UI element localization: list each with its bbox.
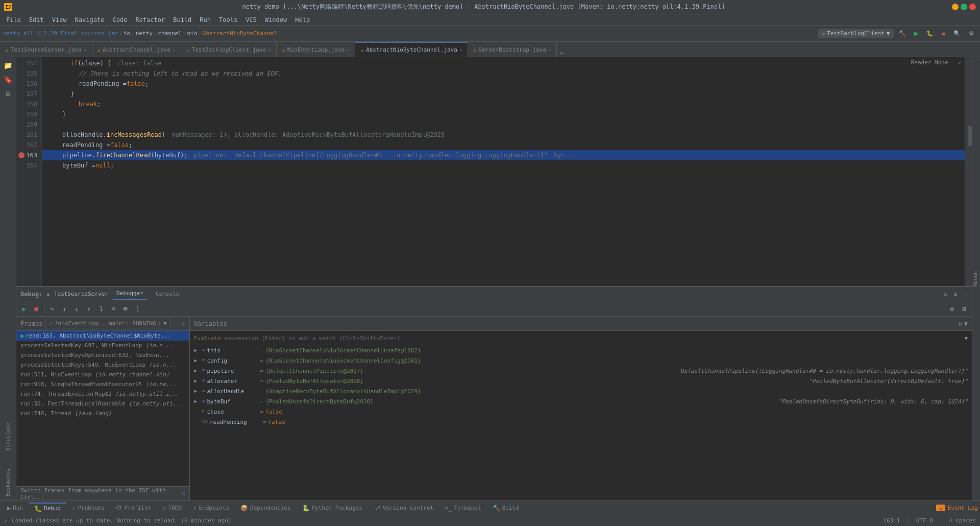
build-button[interactable]: 🔨	[896, 29, 909, 38]
tab-testbacklogclient[interactable]: ☕ TestBacklogClient.java ✕	[181, 42, 277, 57]
frame-item-6[interactable]: run:74, ThreadExecutorMap$2 (io.netty.ut…	[16, 389, 189, 399]
var-row-close[interactable]: □ close = false	[190, 408, 972, 418]
breakpoint-163[interactable]	[18, 152, 24, 158]
maven-label[interactable]: Maven	[972, 269, 980, 289]
settings-debug-button[interactable]: ⚙	[946, 303, 958, 315]
editor-scrollbar[interactable]	[965, 57, 972, 286]
switch-frames-close[interactable]: ✕	[182, 490, 185, 497]
bottom-tab-todo[interactable]: ✓ TODO	[157, 503, 187, 513]
sidebar-bookmark-icon[interactable]: 🔖	[2, 74, 14, 86]
var-row-pipeline[interactable]: ▶ ≡ pipeline = {DefaultChannelPipeline@2…	[190, 367, 972, 377]
var-sort-button[interactable]: ⇅	[959, 320, 962, 327]
debug-session-name[interactable]: TestSourceServer	[54, 291, 108, 297]
minimize-button[interactable]	[952, 4, 959, 10]
menu-tools[interactable]: Tools	[215, 15, 241, 25]
bottom-tab-terminal[interactable]: >_ Terminal	[439, 503, 486, 513]
menu-help[interactable]: Help	[291, 15, 314, 25]
frame-item-7[interactable]: run:30, FastThreadLocalRunnable (io.nett…	[16, 399, 189, 409]
toolbar-separator	[44, 304, 44, 314]
var-row-allochandle[interactable]: ▶ ≡ allocHandle = {AdaptiveRecvByteBufAl…	[190, 387, 972, 397]
stop-button[interactable]: ■	[939, 29, 948, 38]
menu-code[interactable]: Code	[109, 15, 132, 25]
menu-navigate[interactable]: Navigate	[71, 15, 109, 25]
thread-selector[interactable]: ✓ *nioEventLoop...main*: RUNNING ⊤ ▼	[45, 319, 170, 328]
debug-close-button[interactable]: ✕	[944, 291, 947, 298]
eval-collapse-button[interactable]: ▼	[964, 335, 968, 342]
search-button[interactable]: 🔍	[950, 29, 964, 38]
scrollbar-thumb[interactable]	[968, 126, 972, 146]
var-row-allocator[interactable]: ▶ ≡ allocator = {PooledByteBufAllocator@…	[190, 377, 972, 387]
window-controls[interactable]	[952, 4, 976, 10]
stop-debug-button[interactable]: ■	[31, 303, 42, 315]
debug-settings-button[interactable]: ⚙	[953, 291, 957, 298]
bottom-tab-endpoints[interactable]: ⚡ Endpoints	[188, 503, 234, 513]
bottom-tab-python-packages[interactable]: 🐍 Python Packages	[297, 503, 368, 513]
evaluate-button[interactable]: ⌨	[108, 303, 119, 315]
restore-layout-button[interactable]: ⊞	[959, 303, 970, 315]
frames-add-button[interactable]: +	[181, 320, 185, 328]
var-row-this[interactable]: ▶ ≡ this = {NioSocketChannel$NioSocketCh…	[190, 346, 972, 356]
bottom-tab-version-control[interactable]: ⎇ Version Control	[369, 503, 438, 513]
tab-nioeventloop[interactable]: ☕ NioEventLoop.java ✕	[277, 42, 355, 57]
step-out-button[interactable]: ↑	[83, 303, 94, 315]
menu-window[interactable]: Window	[261, 15, 291, 25]
force-step-into-button[interactable]: ⇓	[71, 303, 82, 315]
eval-bar[interactable]: Evaluate expression (Enter) or add a wat…	[190, 331, 972, 346]
menu-edit[interactable]: Edit	[25, 15, 48, 25]
run-button[interactable]: ▶	[911, 29, 921, 38]
run-to-cursor-button[interactable]: ⤵	[95, 303, 107, 315]
status-indent[interactable]: 4 spaces	[949, 517, 976, 524]
status-position[interactable]: 163:1	[883, 517, 900, 524]
bottom-tab-run[interactable]: ▶ Run	[2, 503, 28, 513]
menu-refactor[interactable]: Refactor	[131, 15, 169, 25]
frame-item-2[interactable]: processSelectedKeysOptimized:632, NioEve…	[16, 350, 189, 360]
debug-button[interactable]: 🐛	[923, 29, 937, 38]
menu-view[interactable]: View	[48, 15, 71, 25]
frame-item-5[interactable]: run:918, SingleThreadEventExecutor$5 (io…	[16, 379, 189, 389]
resume-button[interactable]: ▶	[18, 303, 30, 315]
step-into-button[interactable]: ↓	[59, 303, 70, 315]
frame-item-1[interactable]: processSelectedKey:697, NioEventLoop (io…	[16, 341, 189, 350]
close-button[interactable]	[969, 4, 976, 10]
more-debug-button[interactable]: ⋮	[132, 303, 143, 315]
frame-item-8[interactable]: run:748, Thread (java.lang)	[16, 409, 189, 418]
settings-button[interactable]: ⚙	[966, 29, 977, 38]
menu-build[interactable]: Build	[169, 15, 195, 25]
add-watch-button[interactable]: 👁	[120, 303, 131, 315]
bottom-tab-build[interactable]: 🔨 Build	[487, 503, 524, 513]
sidebar-project-icon[interactable]: 📁	[2, 59, 14, 71]
frame-item-3[interactable]: processSelectedKeys:549, NioEventLoop (i…	[16, 360, 189, 370]
frame-item-4[interactable]: run:511, NioEventLoop (io.netty.channel.…	[16, 370, 189, 379]
var-expand-button[interactable]: ▼	[964, 320, 968, 327]
bookmarks-label[interactable]: Bookmarks	[4, 467, 12, 498]
sidebar-structure-icon[interactable]: ⊞	[2, 88, 14, 100]
var-row-config[interactable]: ▶ ≡ config = {NioSocketChannel$NioSocket…	[190, 356, 972, 367]
menu-run[interactable]: Run	[195, 15, 215, 25]
var-row-bytebuf[interactable]: ▶ ≡ byteBuf = {PooledUnsafeDirectByteBuf…	[190, 397, 972, 408]
bottom-tab-problems[interactable]: ⚠ Problems	[67, 503, 110, 513]
event-log-badge[interactable]: ⚠	[936, 505, 945, 511]
event-log-label[interactable]: Event Log	[947, 505, 978, 511]
tab-serverbootstrap[interactable]: ☕ ServerBootstrap.java ✕	[468, 42, 557, 57]
structure-label[interactable]: Structure	[4, 421, 12, 452]
debug-minimize-button[interactable]: —	[964, 290, 968, 298]
debug-tab-console[interactable]: Console	[152, 289, 183, 299]
bottom-tab-profiler[interactable]: ⏱ Profiler	[111, 503, 156, 513]
step-over-button[interactable]: ↷	[46, 303, 58, 315]
frame-item-0[interactable]: ● read:163, AbstractNioByteChannel$NioBy…	[16, 331, 189, 341]
menu-vcs[interactable]: VCS	[241, 15, 261, 25]
tab-abstractchannel[interactable]: ☕ AbstractChannel.java ✕	[92, 42, 181, 57]
run-config[interactable]: ☕ TestBacklogClient ▼	[818, 29, 894, 38]
bottom-tab-dependencies[interactable]: 📦 Dependencies	[235, 503, 296, 513]
var-row-readpending[interactable]: ○○ readPending = false	[190, 418, 972, 428]
tab-abstractniobytechannel[interactable]: ☕ AbstractNioByteChannel.java ✕	[355, 42, 468, 57]
maximize-button[interactable]	[961, 4, 967, 10]
bottom-tab-debug[interactable]: 🐛 Debug	[29, 503, 66, 514]
debug-tab-debugger[interactable]: Debugger	[112, 288, 148, 300]
status-encoding[interactable]: UTF-8	[916, 517, 933, 524]
menu-file[interactable]: File	[2, 15, 25, 25]
tab-overflow[interactable]: ⋯	[557, 50, 567, 57]
reader-mode-button[interactable]: Reader Mode ✓	[911, 59, 962, 66]
debug-panel: Debug: ☕ TestSourceServer Debugger Conso…	[16, 286, 972, 500]
tab-testsourceserver[interactable]: ☕ TestSourceServer.java ✕	[0, 42, 92, 57]
